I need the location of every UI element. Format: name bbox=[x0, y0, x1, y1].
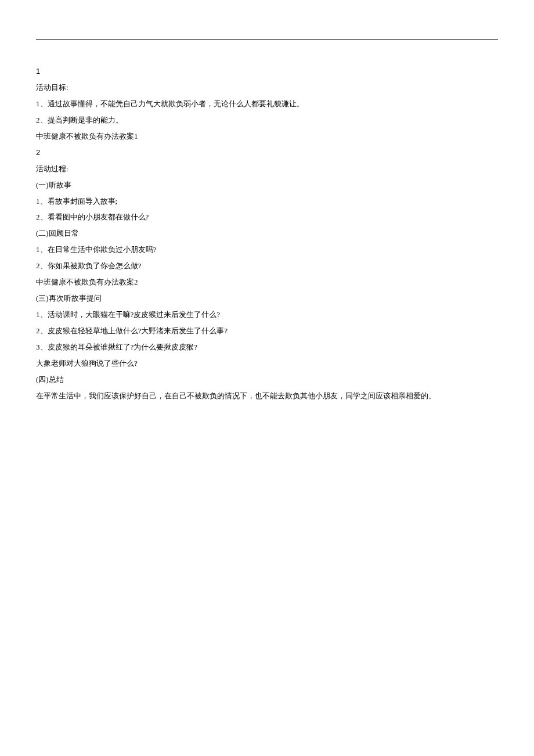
part2-heading: (二)回顾日常 bbox=[36, 225, 498, 242]
part3-item-3: 3、皮皮猴的耳朵被谁揪红了?为什么要揪皮皮猴? bbox=[36, 339, 498, 355]
process-heading: 活动过程: bbox=[36, 161, 498, 177]
part3-item-2: 2、皮皮猴在轻轻草地上做什么?大野渚来后发生了什么事? bbox=[36, 323, 498, 339]
part2-item-2: 2、你如果被欺负了你会怎么做? bbox=[36, 258, 498, 274]
part3-item-1: 1、活动课时，大眼猫在干嘛?皮皮猴过来后发生了什么? bbox=[36, 307, 498, 323]
lesson-plan-title-1: 中班健康不被欺负有办法教案1 bbox=[36, 128, 498, 145]
part3-question: 大象老师对大狼狗说了些什么? bbox=[36, 355, 498, 372]
lesson-plan-title-2: 中班健康不被欺负有办法教案2 bbox=[36, 274, 498, 290]
part3-heading: (三)再次听故事提问 bbox=[36, 290, 498, 307]
part1-item-1: 1、看故事封面导入故事; bbox=[36, 193, 498, 210]
document-content: 1 活动目标: 1、通过故事懂得，不能凭自己力气大就欺负弱小者，无论什么人都要礼… bbox=[36, 63, 498, 404]
part1-item-2: 2、看看图中的小朋友都在做什么? bbox=[36, 209, 498, 225]
goal-item-2: 2、提高判断是非的能力。 bbox=[36, 112, 498, 128]
goal-item-1: 1、通过故事懂得，不能凭自己力气大就欺负弱小者，无论什么人都要礼貌谦让。 bbox=[36, 96, 498, 112]
part4-summary: 在平常生活中，我们应该保护好自己，在自己不被欺负的情况下，也不能去欺负其他小朋友… bbox=[36, 388, 498, 404]
horizontal-divider bbox=[36, 39, 498, 40]
section-number-2: 2 bbox=[36, 145, 498, 161]
section-number-1: 1 bbox=[36, 63, 498, 80]
goals-heading: 活动目标: bbox=[36, 80, 498, 96]
part4-heading: (四)总结 bbox=[36, 372, 498, 388]
part2-item-1: 1、在日常生活中你欺负过小朋友吗? bbox=[36, 242, 498, 258]
part1-heading: (一)听故事 bbox=[36, 177, 498, 193]
